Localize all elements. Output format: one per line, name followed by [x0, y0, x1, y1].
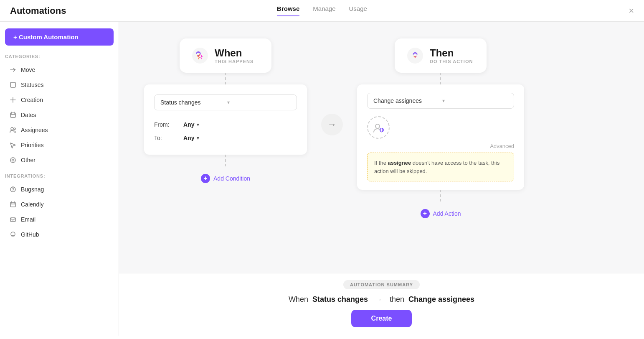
svg-rect-3 [10, 113, 15, 117]
when-title: When [215, 47, 254, 59]
integrations-label: INTEGRATIONS: [5, 173, 114, 178]
sidebar-item-other-label: Other [21, 157, 35, 163]
add-action-button[interactable]: + Add Action [421, 209, 461, 218]
to-chevron: ▾ [197, 135, 199, 141]
sidebar-item-bugsnag-label: Bugsnag [21, 186, 44, 193]
move-icon [9, 66, 17, 74]
svg-point-19 [192, 48, 208, 64]
builder-area: When THIS HAPPENS Status changes ▾ From:… [119, 22, 644, 218]
close-button[interactable]: × [629, 5, 634, 16]
add-condition-button[interactable]: + Add Condition [201, 174, 250, 183]
dates-icon [9, 111, 17, 119]
summary-footer: AUTOMATION SUMMARY When Status changes →… [119, 273, 644, 336]
then-column: Then DO THIS ACTION Change assignees ▾ [357, 38, 524, 218]
then-dashed-connector-bottom [440, 190, 441, 201]
arrow-icon: → [327, 119, 337, 130]
sidebar-item-creation[interactable]: Creation [5, 92, 114, 107]
assignee-avatar-placeholder[interactable] [367, 116, 390, 139]
svg-point-21 [375, 124, 380, 128]
sidebar-item-calendly[interactable]: Calendly [5, 197, 114, 212]
svg-rect-13 [10, 202, 15, 207]
then-dashed-connector-top [440, 73, 441, 84]
summary-arrow: → [375, 296, 382, 303]
clickup-logo-then [406, 47, 424, 64]
tab-usage[interactable]: Usage [349, 5, 367, 16]
sidebar-item-creation-label: Creation [21, 97, 43, 103]
arrow-circle: → [321, 114, 343, 135]
svg-point-7 [11, 127, 13, 130]
svg-point-12 [13, 191, 13, 191]
add-action-icon: + [421, 209, 430, 218]
custom-automation-button[interactable]: + Custom Automation [5, 28, 114, 46]
sidebar-item-github-label: GitHub [21, 231, 39, 238]
when-trigger-card: When THIS HAPPENS [180, 38, 271, 73]
sidebar: + Custom Automation CATEGORIES: Move Sta… [0, 22, 119, 336]
tab-manage[interactable]: Manage [313, 5, 335, 16]
sidebar-item-move-label: Move [21, 66, 35, 73]
from-chevron: ▾ [197, 122, 199, 127]
sidebar-item-github[interactable]: GitHub [5, 227, 114, 242]
warning-bold: assignee [388, 160, 411, 166]
summary-when-label: When [289, 295, 308, 303]
to-label: To: [154, 135, 183, 141]
to-value-text: Any [183, 135, 194, 141]
categories-label: CATEGORIES: [5, 54, 114, 59]
warning-text-before: If the [374, 160, 388, 166]
summary-badge: AUTOMATION SUMMARY [343, 280, 420, 289]
action-dropdown[interactable]: Change assignees ▾ [367, 93, 514, 109]
sidebar-item-bugsnag[interactable]: Bugsnag [5, 182, 114, 197]
summary-trigger-bold: Status changes [312, 295, 368, 303]
github-icon [9, 231, 17, 238]
svg-rect-0 [10, 82, 15, 87]
creation-icon [9, 96, 17, 104]
priorities-icon [9, 141, 17, 149]
svg-point-8 [14, 128, 15, 130]
then-title: Then [430, 47, 473, 59]
to-value[interactable]: Any ▾ [183, 135, 199, 141]
svg-point-20 [407, 48, 423, 64]
other-icon [9, 156, 17, 164]
sidebar-item-calendly-label: Calendly [21, 201, 43, 208]
trigger-dropdown-chevron: ▾ [227, 99, 291, 105]
trigger-dropdown[interactable]: Status changes ▾ [154, 94, 297, 110]
create-button[interactable]: Create [351, 310, 412, 327]
sidebar-item-email[interactable]: Email [5, 212, 114, 227]
bugsnag-icon [9, 186, 17, 193]
warning-box: If the assignee doesn't have access to t… [367, 153, 514, 181]
then-trigger-text: Then DO THIS ACTION [430, 47, 473, 64]
from-value[interactable]: Any ▾ [183, 121, 199, 128]
sidebar-item-priorities-label: Priorities [21, 142, 43, 148]
when-trigger-text: When THIS HAPPENS [215, 47, 254, 64]
sidebar-item-priorities[interactable]: Priorities [5, 138, 114, 153]
calendly-icon [9, 201, 17, 208]
action-dropdown-chevron: ▾ [442, 98, 508, 104]
then-trigger-card: Then DO THIS ACTION [395, 38, 487, 73]
condition-box: Status changes ▾ From: Any ▾ To: Any [144, 84, 307, 155]
email-icon [9, 216, 17, 223]
summary-text: When Status changes → then Change assign… [289, 295, 474, 304]
then-subtitle: DO THIS ACTION [430, 59, 473, 64]
svg-point-9 [10, 158, 15, 163]
from-value-text: Any [183, 121, 194, 128]
to-row: To: Any ▾ [154, 131, 297, 145]
action-dropdown-value: Change assignees [373, 97, 439, 104]
trigger-dropdown-value: Status changes [160, 99, 224, 106]
sidebar-item-other[interactable]: Other [5, 153, 114, 168]
sidebar-item-dates[interactable]: Dates [5, 107, 114, 122]
sidebar-item-assignees[interactable]: Assignees [5, 122, 114, 138]
tab-browse[interactable]: Browse [277, 5, 299, 16]
add-action-label: Add Action [433, 210, 461, 217]
header-tabs: Browse Manage Usage [277, 5, 367, 16]
statuses-icon [9, 81, 17, 89]
action-box: Change assignees ▾ Advanced [357, 84, 524, 190]
sidebar-item-statuses-label: Statuses [21, 82, 43, 88]
assignees-icon [9, 126, 17, 134]
sidebar-item-statuses[interactable]: Statuses [5, 77, 114, 92]
sidebar-item-move[interactable]: Move [5, 62, 114, 77]
header: Automations Browse Manage Usage × [0, 0, 644, 22]
arrow-connector: → [307, 114, 357, 135]
advanced-link[interactable]: Advanced [367, 143, 514, 149]
add-condition-icon: + [201, 174, 210, 183]
summary-then-label: then [390, 295, 404, 303]
when-subtitle: THIS HAPPENS [215, 59, 254, 64]
